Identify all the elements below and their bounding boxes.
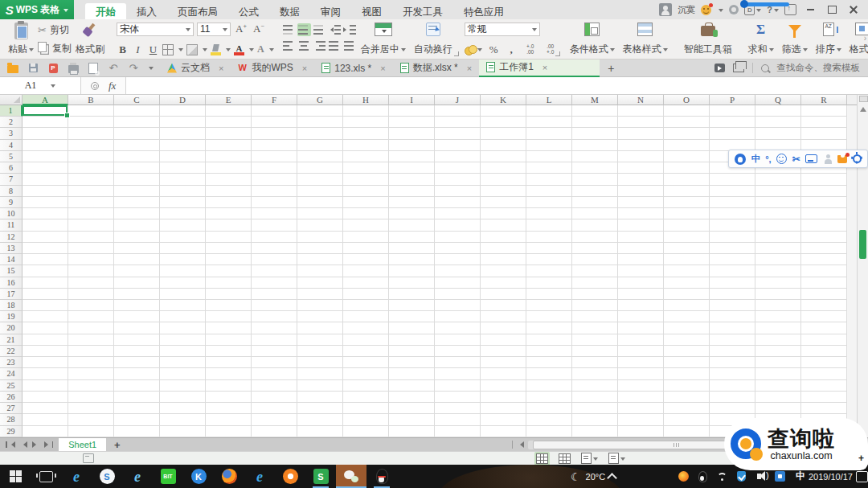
menu-tab-2[interactable]: 插入 bbox=[126, 3, 167, 19]
cell-M25[interactable] bbox=[572, 380, 618, 392]
cell-G28[interactable] bbox=[297, 414, 343, 425]
account-icon[interactable] bbox=[823, 154, 833, 164]
close-tab-icon[interactable]: × bbox=[380, 64, 385, 73]
cell-H8[interactable] bbox=[343, 186, 389, 197]
cell-I18[interactable] bbox=[389, 300, 435, 311]
blue-app-icon[interactable] bbox=[774, 470, 786, 482]
cell-D26[interactable] bbox=[160, 392, 206, 403]
cell-L5[interactable] bbox=[526, 151, 572, 162]
cell-N25[interactable] bbox=[618, 380, 664, 392]
cell-A1[interactable] bbox=[23, 105, 68, 117]
cell-C27[interactable] bbox=[114, 403, 160, 414]
cell-A7[interactable] bbox=[23, 174, 68, 185]
cell-L15[interactable] bbox=[526, 265, 572, 277]
cell-K1[interactable] bbox=[481, 105, 526, 117]
cell-J20[interactable] bbox=[435, 322, 481, 334]
first-sheet-button[interactable] bbox=[6, 441, 15, 448]
print-preview-button[interactable] bbox=[87, 62, 100, 75]
cell-B20[interactable] bbox=[68, 322, 114, 334]
cell-B2[interactable] bbox=[68, 117, 114, 128]
cell-D8[interactable] bbox=[160, 186, 206, 197]
cell-I23[interactable] bbox=[389, 357, 435, 368]
cell-P22[interactable] bbox=[710, 346, 755, 357]
cell-B29[interactable] bbox=[68, 426, 114, 437]
cell-R1[interactable] bbox=[801, 105, 847, 117]
cell-B7[interactable] bbox=[68, 174, 114, 185]
cell-L21[interactable] bbox=[526, 334, 572, 346]
cell-L14[interactable] bbox=[526, 254, 572, 265]
cell-A2[interactable] bbox=[23, 117, 68, 128]
font-color-dropdown-icon[interactable] bbox=[249, 48, 254, 54]
cell-M17[interactable] bbox=[572, 289, 618, 300]
cell-I13[interactable] bbox=[389, 243, 435, 254]
tray-expand-icon[interactable] bbox=[607, 473, 617, 483]
cell-L27[interactable] bbox=[526, 403, 572, 414]
cell-C15[interactable] bbox=[114, 265, 160, 277]
cell-G9[interactable] bbox=[297, 197, 343, 208]
cell-N10[interactable] bbox=[618, 208, 664, 219]
cell-L16[interactable] bbox=[526, 277, 572, 289]
cell-J2[interactable] bbox=[435, 117, 481, 128]
cell-L26[interactable] bbox=[526, 392, 572, 403]
cell-K7[interactable] bbox=[481, 174, 526, 185]
number-dialog-launcher[interactable] bbox=[555, 51, 560, 56]
row-header-22[interactable]: 22 bbox=[0, 346, 23, 357]
cell-F27[interactable] bbox=[252, 403, 297, 414]
document-tab-5[interactable]: 工作簿1× bbox=[479, 59, 600, 77]
row-header-23[interactable]: 23 bbox=[0, 357, 23, 368]
row-header-3[interactable]: 3 bbox=[0, 128, 23, 139]
column-header-I[interactable]: I bbox=[389, 95, 435, 105]
cell-R13[interactable] bbox=[801, 243, 847, 254]
cell-K26[interactable] bbox=[481, 392, 526, 403]
save-button[interactable] bbox=[27, 62, 39, 75]
cell-E6[interactable] bbox=[206, 162, 252, 174]
close-tab-icon[interactable]: × bbox=[542, 63, 547, 72]
cell-O5[interactable] bbox=[664, 151, 710, 162]
cell-L11[interactable] bbox=[526, 219, 572, 231]
cell-C26[interactable] bbox=[114, 392, 160, 403]
align-left-icon[interactable] bbox=[282, 39, 296, 52]
cell-N17[interactable] bbox=[618, 289, 664, 300]
align-center-icon[interactable] bbox=[297, 39, 311, 52]
cell-H19[interactable] bbox=[343, 311, 389, 322]
cell-O19[interactable] bbox=[664, 311, 710, 322]
cell-R16[interactable] bbox=[801, 277, 847, 289]
cell-J28[interactable] bbox=[435, 414, 481, 425]
security-shield-icon[interactable] bbox=[735, 470, 747, 482]
cell-Q23[interactable] bbox=[755, 357, 801, 368]
column-header-G[interactable]: G bbox=[297, 95, 343, 105]
cell-I5[interactable] bbox=[389, 151, 435, 162]
column-header-H[interactable]: H bbox=[343, 95, 389, 105]
cell-F3[interactable] bbox=[252, 128, 297, 139]
cell-D23[interactable] bbox=[160, 357, 206, 368]
cell-C2[interactable] bbox=[114, 117, 160, 128]
row-header-14[interactable]: 14 bbox=[0, 254, 23, 265]
cell-O12[interactable] bbox=[664, 232, 710, 243]
cell-P12[interactable] bbox=[710, 232, 755, 243]
cell-N6[interactable] bbox=[618, 162, 664, 174]
fill-color-button[interactable] bbox=[186, 44, 198, 55]
cell-F28[interactable] bbox=[252, 414, 297, 425]
scroll-up-icon[interactable] bbox=[860, 104, 866, 112]
cell-M22[interactable] bbox=[572, 346, 618, 357]
justify-icon[interactable] bbox=[328, 39, 342, 52]
cell-Q13[interactable] bbox=[755, 243, 801, 254]
grow-font-button[interactable]: A+ bbox=[234, 23, 248, 35]
cell-F1[interactable] bbox=[252, 105, 297, 117]
cell-F11[interactable] bbox=[252, 219, 297, 231]
cell-K13[interactable] bbox=[481, 243, 526, 254]
cell-I24[interactable] bbox=[389, 368, 435, 379]
magnifier-icon[interactable] bbox=[91, 82, 99, 90]
cell-Q20[interactable] bbox=[755, 322, 801, 334]
row-header-5[interactable]: 5 bbox=[0, 151, 23, 162]
close-tab-icon[interactable]: × bbox=[302, 64, 307, 73]
highlight-color-button[interactable] bbox=[211, 44, 221, 55]
cell-J23[interactable] bbox=[435, 357, 481, 368]
cell-E12[interactable] bbox=[206, 232, 252, 243]
cell-H27[interactable] bbox=[343, 403, 389, 414]
cell-R8[interactable] bbox=[801, 186, 847, 197]
cell-R17[interactable] bbox=[801, 289, 847, 300]
cell-H22[interactable] bbox=[343, 346, 389, 357]
column-header-J[interactable]: J bbox=[435, 95, 481, 105]
cell-N16[interactable] bbox=[618, 277, 664, 289]
